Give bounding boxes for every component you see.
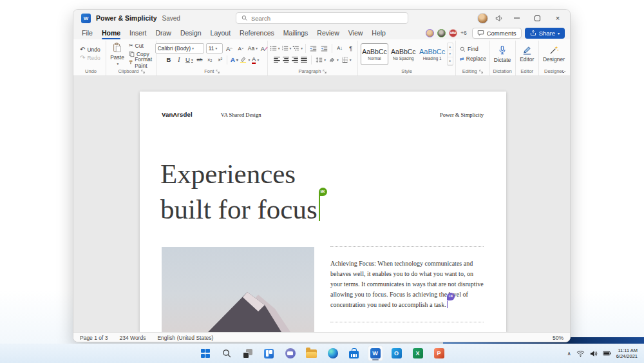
shading-button[interactable]	[328, 55, 339, 64]
decrease-indent-button[interactable]	[308, 43, 318, 53]
font-dialog-launcher-icon[interactable]	[216, 70, 220, 74]
superscript-button[interactable]: x²	[215, 55, 225, 64]
tab-review[interactable]: Review	[312, 28, 343, 38]
presence-avatar-2[interactable]	[437, 29, 446, 37]
justify-button[interactable]	[301, 55, 307, 64]
store-button[interactable]	[346, 346, 362, 361]
tab-file[interactable]: File	[77, 28, 97, 38]
tray-chevron-icon[interactable]: ∧	[567, 351, 571, 357]
document-text-column[interactable]: Achieving Focus: When technology communi…	[330, 246, 484, 322]
style-heading-1[interactable]: AaBbCc Heading 1	[419, 43, 446, 65]
show-formatting-button[interactable]: ¶	[346, 43, 355, 53]
replace-button[interactable]: ⇄Replace	[460, 55, 486, 63]
start-button[interactable]	[198, 346, 213, 361]
document-page[interactable]: VanΛrsdel VA Shared Design Power & Simpl…	[140, 92, 506, 332]
italic-button[interactable]: I	[174, 55, 184, 64]
clipboard-dialog-launcher-icon[interactable]	[141, 70, 145, 74]
increase-indent-button[interactable]	[319, 43, 329, 53]
document-heading[interactable]: Experiences built for focusMK	[160, 156, 320, 227]
style-gallery-scroll[interactable]: ▴ ▾ ≡	[447, 43, 454, 66]
outlook-button[interactable]: O	[389, 346, 404, 361]
language-indicator[interactable]: English (United States)	[157, 335, 213, 341]
search-box[interactable]	[236, 12, 408, 24]
strikethrough-button[interactable]: ab	[194, 55, 204, 64]
editing-dialog-launcher-icon[interactable]	[479, 70, 483, 74]
tab-mailings[interactable]: Mailings	[279, 28, 313, 38]
widgets-button[interactable]	[261, 346, 277, 361]
align-left-button[interactable]	[274, 55, 280, 64]
bold-button[interactable]: B	[164, 55, 173, 64]
style-normal[interactable]: AaBbCc Normal	[361, 43, 388, 65]
task-view-button[interactable]	[240, 346, 256, 361]
style-scroll-down-icon[interactable]: ▾	[448, 50, 453, 57]
excel-button[interactable]: X	[410, 346, 426, 361]
format-painter-button[interactable]: Format Paint	[129, 58, 155, 66]
file-explorer-button[interactable]	[304, 346, 319, 361]
editor-button[interactable]: Editor	[518, 45, 536, 63]
tab-references[interactable]: References	[235, 28, 279, 38]
grow-font-button[interactable]: A	[225, 44, 234, 54]
presence-avatar-1[interactable]	[426, 29, 434, 37]
highlight-color-button[interactable]	[240, 55, 250, 64]
presence-overflow-count[interactable]: +6	[460, 30, 467, 36]
redo-button[interactable]: ↷Redo	[80, 54, 100, 63]
style-gallery-more-icon[interactable]: ≡	[448, 57, 453, 64]
sort-button[interactable]: A↓	[335, 43, 345, 53]
clock[interactable]: 11:11 AM 6/24/2021	[616, 348, 638, 359]
taskbar-search-button[interactable]	[219, 346, 234, 361]
tab-draw[interactable]: Draw	[151, 28, 176, 38]
document-body-paragraph[interactable]: Achieving Focus: When technology communi…	[330, 259, 484, 310]
find-button[interactable]: Find	[460, 45, 478, 54]
borders-button[interactable]	[341, 55, 352, 64]
designer-button[interactable]: Designer	[541, 45, 567, 63]
close-button[interactable]: ×	[551, 12, 565, 24]
battery-icon[interactable]	[603, 351, 611, 356]
text-effects-button[interactable]: A	[229, 55, 239, 64]
feedback-megaphone-icon[interactable]	[495, 14, 503, 23]
page-indicator[interactable]: Page 1 of 3	[80, 335, 108, 341]
style-no-spacing[interactable]: AaBbCc No Spacing	[390, 43, 417, 65]
undo-button[interactable]: ↶Undo	[80, 46, 100, 54]
chat-button[interactable]	[283, 346, 298, 361]
dictate-button[interactable]: Dictate	[492, 45, 513, 63]
font-size-select[interactable]: 11	[206, 43, 223, 54]
powerpoint-button[interactable]: P	[431, 346, 447, 361]
numbering-button[interactable]	[281, 43, 292, 53]
maximize-button[interactable]	[530, 12, 544, 24]
document-image[interactable]	[162, 247, 314, 332]
zoom-level[interactable]: 50%	[553, 335, 564, 341]
subscript-button[interactable]: x₂	[205, 55, 214, 64]
style-scroll-up-icon[interactable]: ▴	[448, 43, 453, 50]
comments-button[interactable]: Comments	[472, 28, 522, 39]
tab-view[interactable]: View	[344, 28, 368, 38]
word-count[interactable]: 234 Words	[119, 335, 146, 341]
minimize-button[interactable]	[509, 12, 524, 24]
cut-button[interactable]: ✂Cut	[129, 41, 155, 50]
paste-button[interactable]: Paste	[108, 43, 126, 66]
word-taskbar-button[interactable]: W	[368, 346, 383, 361]
presence-avatar-mm[interactable]: MM	[449, 29, 457, 37]
change-case-button[interactable]: Aa	[248, 44, 258, 54]
volume-icon[interactable]	[590, 350, 598, 357]
wifi-icon[interactable]	[576, 350, 585, 357]
align-center-button[interactable]	[283, 55, 289, 64]
collapse-ribbon-button[interactable]	[561, 70, 566, 74]
multilevel-list-button[interactable]	[292, 43, 303, 53]
tab-help[interactable]: Help	[367, 28, 390, 38]
font-color-button[interactable]: A	[251, 55, 260, 64]
tab-home[interactable]: Home	[97, 28, 125, 38]
bullets-button[interactable]	[270, 43, 280, 53]
account-avatar[interactable]	[477, 13, 488, 24]
tab-insert[interactable]: Insert	[125, 28, 151, 38]
tab-layout[interactable]: Layout	[206, 28, 236, 38]
shrink-font-button[interactable]: A	[236, 44, 246, 54]
align-right-button[interactable]	[292, 55, 298, 64]
tab-design[interactable]: Design	[176, 28, 206, 38]
share-button[interactable]: Share	[525, 28, 565, 39]
font-family-select[interactable]: Calibri (Body)	[155, 43, 204, 54]
search-input[interactable]	[251, 15, 402, 22]
paragraph-dialog-launcher-icon[interactable]	[323, 70, 327, 74]
edge-button[interactable]	[325, 346, 341, 361]
line-spacing-button[interactable]	[316, 55, 326, 64]
underline-button[interactable]: U	[184, 55, 194, 64]
